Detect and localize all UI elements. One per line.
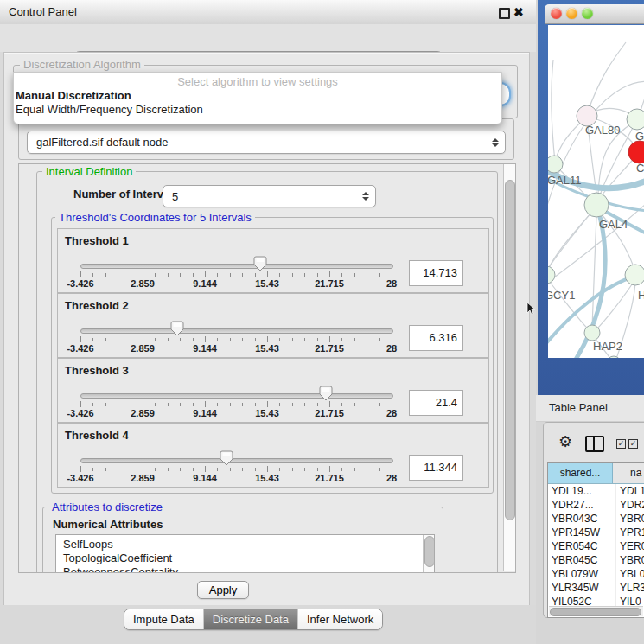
algorithm-popup: Select algorithm to view settings Manual… (13, 72, 502, 124)
num-intervals-combobox[interactable]: 5 (163, 185, 376, 207)
zoom-traffic-light[interactable] (582, 8, 593, 19)
threshold-value-field[interactable]: 14.713 (409, 260, 463, 286)
slider-track[interactable] (80, 458, 393, 463)
network-node[interactable] (584, 325, 600, 341)
table-row[interactable]: YPR145WYPR1 (548, 526, 644, 539)
cell-name: YBL0 (616, 567, 644, 581)
tab-infer-network[interactable]: Infer Network (298, 609, 382, 629)
table-panel: ⚙ ✓ ✓ shared... na YDL19...YDL1YDR27...Y… (543, 422, 644, 618)
table-row[interactable]: YBL079WYBL0 (548, 567, 644, 581)
cell-shared-name: YDR27... (548, 498, 616, 512)
scrollbar-thumb[interactable] (424, 536, 435, 567)
cell-name: YPR1 (616, 526, 644, 539)
node-label-h: H (638, 289, 644, 302)
network-edge[interactable] (587, 42, 626, 114)
node-label-hap2: HAP2 (593, 340, 622, 353)
tick-label: 2.859 (131, 343, 155, 354)
network-node[interactable] (584, 193, 609, 217)
column-header-shared-name[interactable]: shared... (548, 463, 613, 483)
num-intervals-value: 5 (163, 190, 362, 203)
table-hscrollbar[interactable] (549, 606, 643, 616)
minimize-traffic-light[interactable] (566, 8, 577, 19)
threshold-value-field[interactable]: 6.316 (409, 325, 463, 351)
close-traffic-light[interactable] (551, 8, 562, 19)
attribute-item-betweennesscentrality[interactable]: BetweennessCentrality (56, 565, 434, 573)
slider-track[interactable] (80, 328, 393, 334)
checkbox-icon[interactable]: ✓ (616, 439, 626, 449)
column-header-name[interactable]: na (613, 463, 644, 483)
table-row[interactable]: YBR043CYBR0 (548, 512, 644, 526)
algorithm-combo-hint: Select algorithm to view settings (14, 74, 501, 89)
algorithm-option-manual-discretization[interactable]: Manual Discretization (14, 89, 501, 103)
table-body: YDL19...YDL1YDR27...YDR2YBR043CYBR0YPR14… (548, 484, 644, 609)
top-tabstrip: NetworkStyleSelectCyni ToolboxjActiveMNo… (0, 24, 536, 52)
numerical-attributes-label: Numerical Attributes (53, 518, 163, 531)
combo-arrows-icon (362, 192, 369, 201)
tick-label: 2.859 (131, 473, 155, 483)
network-node[interactable] (627, 109, 644, 130)
tick-label: 21.715 (315, 278, 344, 289)
split-columns-icon[interactable] (585, 436, 604, 452)
network-node[interactable] (625, 265, 644, 285)
tick-label: 28 (386, 343, 397, 354)
network-node[interactable] (628, 141, 644, 163)
tick-label: 9.144 (193, 343, 217, 354)
threshold-value-field[interactable]: 21.4 (409, 390, 463, 416)
cell-name: YLR3 (616, 581, 644, 595)
table-row[interactable]: YDR27...YDR2 (548, 498, 644, 512)
slider-handle[interactable] (253, 256, 267, 271)
float-window-icon[interactable] (499, 8, 510, 19)
combo-arrows-icon (492, 138, 499, 147)
cell-shared-name: YLR345W (548, 581, 616, 595)
network-node[interactable] (548, 266, 555, 284)
attribute-item-selfloops[interactable]: SelfLoops (56, 538, 434, 552)
cell-shared-name: YPR145W (548, 526, 616, 539)
close-icon[interactable]: ✖ (513, 4, 524, 20)
settings-scrollbar[interactable] (503, 164, 515, 571)
tick-label: -3.426 (67, 278, 93, 289)
table-row[interactable]: YDL19...YDL1 (548, 484, 644, 498)
scrollbar-thumb[interactable] (550, 608, 641, 616)
slider-ticks (80, 271, 392, 278)
tab-impute-data[interactable]: Impute Data (124, 609, 204, 629)
slider-handle[interactable] (170, 321, 184, 336)
network-node[interactable] (548, 156, 563, 173)
tick-label: 28 (386, 408, 397, 418)
threshold-value-field[interactable]: 11.344 (409, 455, 463, 481)
node-attribute-table: shared... na YDL19...YDL1YDR27...YDR2YBR… (547, 462, 644, 618)
attribute-item-topologicalcoefficient[interactable]: TopologicalCoefficient (56, 552, 434, 565)
node-label-c: C (636, 162, 644, 175)
algorithm-option-equal-width-frequency-discretization[interactable]: Equal Width/Frequency Discretization (14, 103, 501, 117)
attributes-list-scrollbar[interactable] (423, 535, 434, 573)
table-data-combobox[interactable]: galFiltered.sif default node (27, 131, 506, 154)
interval-definition-group: Interval Definition Number of Intervals … (36, 171, 498, 573)
scrollbar-thumb[interactable] (505, 180, 515, 520)
table-row[interactable]: YBR045CYBR0 (548, 553, 644, 567)
slider-track[interactable] (80, 393, 393, 399)
tab-label: Impute Data (133, 610, 194, 628)
tick-label: 28 (386, 473, 397, 483)
bottom-tabstrip: Impute DataDiscretize DataInfer Network (0, 605, 536, 644)
tick-label: 9.144 (193, 278, 217, 289)
table-panel-header: Table Panel (536, 395, 644, 422)
network-canvas[interactable]: GAL80GACGAL11GAL4GCY1HHAP2 (548, 25, 644, 358)
network-edge[interactable] (600, 155, 637, 198)
slider-handle[interactable] (319, 386, 333, 401)
slider-handle[interactable] (220, 450, 233, 466)
tick-label: 21.715 (315, 473, 344, 483)
table-row[interactable]: YER054CYER0 (548, 539, 644, 553)
slider-ticks (80, 401, 392, 408)
tab-discretize-data[interactable]: Discretize Data (204, 609, 298, 629)
cell-shared-name: YBR045C (548, 553, 616, 567)
table-row[interactable]: YLR345WYLR3 (548, 581, 644, 595)
network-edge[interactable] (548, 212, 592, 271)
threshold-box-1: Threshold 1-3.4262.8599.14415.4321.71528… (57, 228, 489, 293)
slider-tick-labels: -3.4262.8599.14415.4321.71528 (80, 408, 392, 418)
network-edge[interactable] (552, 60, 555, 162)
slider-track[interactable] (80, 264, 393, 269)
apply-button[interactable]: Apply (197, 581, 249, 599)
gear-icon[interactable]: ⚙ (558, 434, 572, 450)
checkbox-icon[interactable]: ✓ (628, 439, 638, 449)
tick-label: 9.144 (193, 473, 217, 483)
attributes-listbox[interactable]: SelfLoopsTopologicalCoefficientBetweenne… (55, 534, 435, 573)
